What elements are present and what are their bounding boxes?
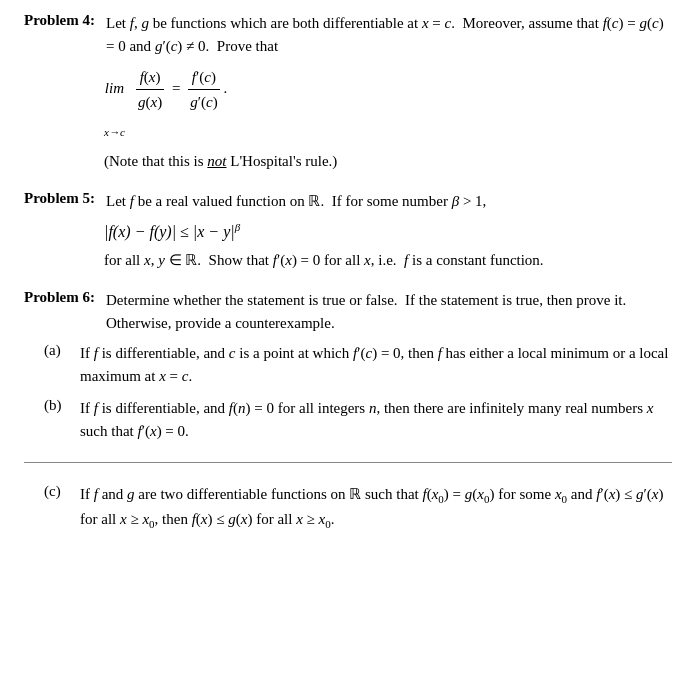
problem-5-formula: |f(x) − f(y)| ≤ |x − y|β: [104, 221, 672, 241]
problem-6a: (a) If f is differentiable, and c is a p…: [44, 342, 672, 387]
problem-6a-label: (a): [44, 342, 80, 359]
problem-6-intro: Determine whether the statement is true …: [106, 289, 672, 334]
problem-4: Problem 4: Let f, g be functions which a…: [24, 12, 672, 172]
problem-5: Problem 5: Let f be a real valued functi…: [24, 190, 672, 271]
problem-4-note: (Note that this is not L'Hospital's rule…: [104, 150, 672, 173]
problem-6c-label: (c): [44, 483, 80, 500]
problem-6a-text: If f is differentiable, and c is a point…: [80, 342, 672, 387]
problem-4-label: Problem 4:: [24, 12, 106, 29]
problem-6-label: Problem 6:: [24, 289, 106, 306]
problem-6c-text: If f and g are two differentiable functi…: [80, 483, 672, 532]
page: Problem 4: Let f, g be functions which a…: [0, 0, 696, 679]
problem-6b: (b) If f is differentiable, and f(n) = 0…: [44, 397, 672, 442]
page-divider: [24, 462, 672, 463]
problem-4-intro: Let f, g be functions which are both dif…: [106, 12, 672, 57]
problem-6b-text: If f is differentiable, and f(n) = 0 for…: [80, 397, 672, 442]
problem-6b-label: (b): [44, 397, 80, 414]
problem-5-conclusion: for all x, y ∈ ℝ. Show that f′(x) = 0 fo…: [104, 249, 672, 272]
problem-6: Problem 6: Determine whether the stateme…: [24, 289, 672, 442]
problem-4-formula: lim x→c f(x) g(x) = f′(c) g′(c) .: [104, 65, 672, 142]
problem-5-label: Problem 5:: [24, 190, 106, 207]
problem-6c: (c) If f and g are two differentiable fu…: [44, 483, 672, 532]
problem-5-intro: Let f be a real valued function on ℝ. If…: [106, 190, 672, 213]
